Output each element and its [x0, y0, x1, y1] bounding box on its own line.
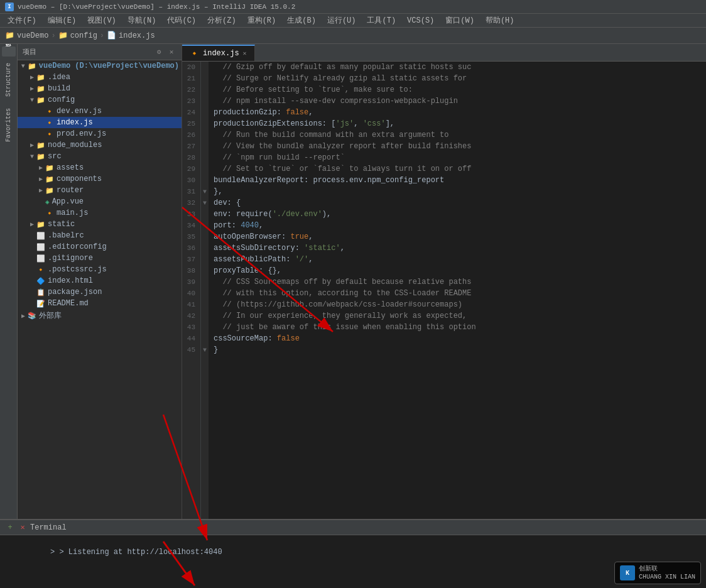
fold-marker[interactable]: ▼ [201, 186, 209, 197]
menu-item[interactable]: 窗口(W) [440, 14, 479, 27]
folder-icon: 📁 [36, 220, 45, 229]
terminal-close-button[interactable]: ✕ [18, 523, 28, 533]
code-line: port: 4040, [214, 220, 706, 231]
tree-item-packagejson[interactable]: ▶ 📋 package.json [18, 286, 182, 298]
menu-item[interactable]: 生成(B) [282, 14, 321, 27]
arrow-icon: ▶ [29, 74, 35, 81]
menu-item[interactable]: 运行(U) [322, 14, 361, 27]
sidebar-item-favorites[interactable]: Favorites [3, 103, 14, 147]
breadcrumb-config[interactable]: config [70, 31, 97, 40]
tree-label: README.md [48, 299, 89, 308]
fold-marker [201, 62, 209, 73]
sidebar-item-project[interactable]: 项目 [2, 46, 16, 57]
line-number: 21 [185, 73, 198, 84]
terminal-add-button[interactable]: + [5, 523, 15, 533]
fold-marker [201, 333, 209, 344]
tree-item-appvue[interactable]: ▶ ◈ App.vue [18, 196, 182, 207]
line-number: 31 [185, 186, 198, 197]
menu-item[interactable]: 帮助(H) [481, 14, 519, 27]
js-icon: 🔸 [45, 130, 54, 138]
tree-item-src[interactable]: ▼ 📁 src [18, 151, 182, 162]
fold-marker [201, 242, 209, 254]
tree-label: App.vue [52, 197, 84, 206]
folder-icon: 📁 [36, 141, 45, 150]
dot-icon: ⬜ [36, 254, 45, 263]
fold-marker [201, 141, 209, 152]
line-number: 33 [185, 209, 198, 220]
tree-item-editorconfig[interactable]: ▶ ⬜ .editorconfig [18, 241, 182, 253]
tree-label: .gitignore [48, 254, 93, 263]
breadcrumb-file[interactable]: index.js [119, 31, 155, 40]
menu-item[interactable]: 工具(T) [362, 14, 401, 27]
js-icon: 🔸 [45, 119, 54, 127]
menu-item[interactable]: 分析(Z) [202, 14, 241, 27]
breadcrumb-folder-icon2: 📁 [58, 31, 68, 40]
code-line: // Gzip off by default as many popular s… [214, 62, 706, 73]
tree-item-extlibs[interactable]: ▶ 📚 外部库 [18, 309, 182, 322]
code-line: // CSS Sourcemaps off by default because… [214, 276, 706, 288]
menu-item[interactable]: 编辑(E) [43, 14, 82, 27]
menu-item[interactable]: 代码(C) [162, 14, 201, 27]
tree-item-router[interactable]: ▶ 📁 router [18, 185, 182, 196]
code-line: autoOpenBrowser: true, [214, 231, 706, 242]
tree-label: main.js [57, 209, 88, 217]
tab-indexjs[interactable]: 🔸 index.js ✕ [182, 45, 255, 61]
folder-icon: 📁 [45, 187, 54, 195]
breadcrumb-root[interactable]: vueDemo [17, 31, 48, 40]
code-line: proxyTable: {}, [214, 265, 706, 276]
window-title: vueDemo – [D:\vueProject\vueDemo] – inde… [18, 3, 295, 11]
tab-close-button[interactable]: ✕ [243, 50, 247, 57]
tab-icon: 🔸 [190, 49, 199, 58]
tree-item-postcss[interactable]: ▶ 🔸 .postcssrc.js [18, 264, 182, 275]
fold-marker [201, 73, 209, 84]
tree-item-indexjs[interactable]: ▶ 🔸 index.js [18, 117, 182, 128]
tree-item-readme[interactable]: ▶ 📝 README.md [18, 298, 182, 309]
tree-close-icon[interactable]: ✕ [166, 47, 176, 57]
tree-item-nodemodules[interactable]: ▶ 📁 node_modules [18, 139, 182, 151]
js-icon: 🔸 [45, 107, 54, 116]
tree-label: config [48, 95, 75, 104]
fold-marker[interactable]: ▼ [201, 344, 209, 356]
tree-label: .babelrc [48, 231, 84, 240]
menu-item[interactable]: 重构(R) [242, 14, 281, 27]
code-line: // Before setting to `true`, make sure t… [214, 84, 706, 95]
menu-item[interactable]: 导航(N) [122, 14, 161, 27]
lib-icon: 📚 [28, 312, 36, 320]
folder-icon: 📁 [45, 164, 54, 172]
line-number: 29 [185, 163, 198, 175]
tree-item-idea[interactable]: ▶ 📁 .idea [18, 72, 182, 83]
code-line: // In our experience, they generally wor… [214, 310, 706, 322]
code-line: // npm install --save-dev compression-we… [214, 95, 706, 107]
tree-item-babelrc[interactable]: ▶ ⬜ .babelrc [18, 230, 182, 241]
line-number: 39 [185, 276, 198, 288]
sidebar-item-structure[interactable]: Structure [3, 58, 14, 102]
tree-item-static[interactable]: ▶ 📁 static [18, 219, 182, 230]
code-editor[interactable]: 2021222324252627282930313233343536373839… [182, 62, 706, 519]
tree-item-config[interactable]: ▼ 📁 config [18, 94, 182, 106]
tree-item-prodenvjs[interactable]: ▶ 🔸 prod.env.js [18, 128, 182, 139]
menu-item[interactable]: 文件(F) [3, 14, 41, 27]
tree-label: .idea [48, 73, 70, 82]
line-number: 30 [185, 175, 198, 186]
fold-marker [201, 322, 209, 333]
tree-label: assets [57, 163, 84, 172]
terminal-body[interactable]: > > Listening at http://localhost:4040 [0, 535, 706, 588]
tree-item-devenvjs[interactable]: ▶ 🔸 dev.env.js [18, 106, 182, 117]
menu-item[interactable]: 视图(V) [82, 14, 121, 27]
tree-item-components[interactable]: ▶ 📁 components [18, 173, 182, 185]
tree-label: router [57, 186, 84, 195]
tree-item-build[interactable]: ▶ 📁 build [18, 83, 182, 94]
fold-marker[interactable]: ▼ [201, 197, 209, 209]
editor-area: 项目 Structure Favorites 项目 ⚙ ✕ ▼ 📁 vueD [0, 44, 706, 519]
tab-bar: 🔸 index.js ✕ [182, 44, 706, 62]
tree-item-assets[interactable]: ▶ 📁 assets [18, 162, 182, 173]
tree-settings-icon[interactable]: ⚙ [154, 47, 164, 57]
code-line: cssSourceMap: false [214, 333, 706, 344]
tree-item-mainjs[interactable]: ▶ 🔸 main.js [18, 207, 182, 219]
terminal-prompt-symbol: > [50, 548, 59, 557]
tree-item-gitignore[interactable]: ▶ ⬜ .gitignore [18, 253, 182, 264]
tree-label: node_modules [48, 141, 102, 150]
menu-item[interactable]: VCS(S) [402, 15, 439, 26]
tree-item-root[interactable]: ▼ 📁 vueDemo (D:\vueProject\vueDemo) [18, 60, 182, 72]
tree-item-indexhtml[interactable]: ▶ 🔷 index.html [18, 275, 182, 286]
